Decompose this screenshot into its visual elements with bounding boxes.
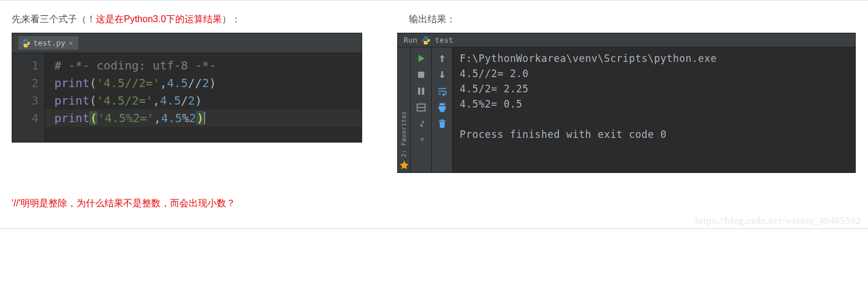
- python-file-icon: [22, 39, 30, 47]
- trash-icon[interactable]: [437, 119, 447, 129]
- svg-point-0: [24, 40, 25, 40]
- run-toolbar-col1: »: [411, 47, 432, 172]
- wrap-icon[interactable]: [437, 86, 447, 96]
- code-comment: # -*- coding: utf-8 -*-: [54, 58, 216, 72]
- down-arrow-icon[interactable]: [437, 70, 447, 80]
- line-number: 2: [12, 74, 39, 92]
- watermark: https://blog.csdn.net/weixin_40485502: [695, 215, 861, 227]
- stop-icon[interactable]: [416, 70, 426, 80]
- code-area[interactable]: # -*- coding: utf-8 -*- print('4.5//2=',…: [45, 53, 362, 142]
- svg-rect-2: [418, 72, 424, 78]
- caption-left-pre: 先来看三个式子（！: [12, 14, 96, 24]
- tab-filename: test.py: [33, 39, 65, 47]
- caption-left-red: 这是在Python3.0下的运算结果: [96, 14, 222, 24]
- caption-left: 先来看三个式子（！这是在Python3.0下的运算结果）：: [12, 13, 362, 26]
- line-number: 4: [12, 109, 39, 127]
- editor-tabbar: test.py ✕: [12, 33, 362, 53]
- line-number: 1: [12, 57, 39, 74]
- run-header-label: Run: [404, 36, 417, 44]
- favorites-label: 2: Favorites: [400, 111, 408, 157]
- python-icon: [422, 36, 430, 44]
- favorites-sidebar[interactable]: 2: Favorites: [398, 47, 411, 172]
- run-config-name: test: [435, 36, 453, 44]
- chevron-right-icon[interactable]: »: [418, 135, 424, 143]
- run-header: Run test: [398, 33, 855, 47]
- editor-tab[interactable]: test.py ✕: [18, 36, 78, 50]
- console-output[interactable]: F:\PythonWorkarea\venv\Scripts\python.ex…: [453, 47, 855, 172]
- up-arrow-icon[interactable]: [437, 53, 447, 64]
- pin-icon[interactable]: [416, 119, 426, 129]
- line-gutter: 1 2 3 4: [12, 53, 45, 142]
- layout-icon[interactable]: [416, 102, 426, 113]
- pause-icon[interactable]: [416, 86, 426, 96]
- text-caret: [204, 112, 206, 124]
- line-number: 3: [12, 92, 39, 109]
- caption-left-post: ）：: [222, 14, 241, 24]
- caption-row: 先来看三个式子（！这是在Python3.0下的运算结果）： 输出结果：: [12, 1, 856, 33]
- star-icon: [399, 160, 409, 170]
- svg-rect-4: [422, 88, 424, 95]
- run-toolbar-col2: [432, 47, 453, 172]
- svg-rect-3: [418, 88, 420, 95]
- run-panel: Run test 2: Favorites »: [397, 33, 856, 173]
- rerun-icon[interactable]: [416, 53, 426, 64]
- close-icon[interactable]: ✕: [69, 40, 73, 46]
- print-icon[interactable]: [437, 102, 447, 113]
- svg-point-1: [27, 46, 27, 46]
- code-editor: test.py ✕ 1 2 3 4 # -*- coding: utf-8 -*…: [12, 33, 362, 143]
- caption-right: 输出结果：: [409, 13, 456, 26]
